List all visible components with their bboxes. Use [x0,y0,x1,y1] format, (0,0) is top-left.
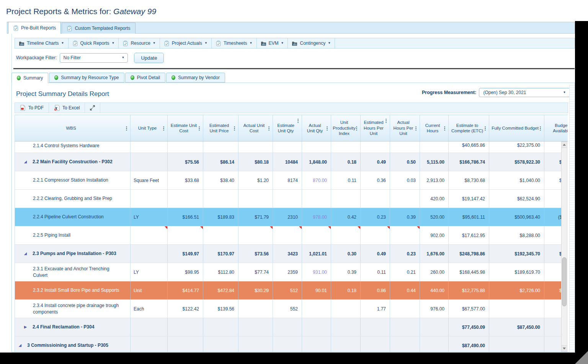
menu-project-actuals[interactable]: Project Actuals▼ [160,38,212,48]
scroll-down-icon[interactable] [562,345,567,351]
table-row[interactable]: 2.2.5 Piping Install902.00$17,612.95$8,2… [15,226,561,245]
column-menu-icon[interactable]: ⋮ [296,118,301,123]
collapse-triangle-icon[interactable]: ◢ [24,251,27,256]
menu-resource[interactable]: Resource▼ [119,38,160,48]
cell-cur_hours: 420.00 [420,190,449,208]
column-header-act_unit_qty[interactable]: Actual Unit Qty⋮ [302,115,331,141]
update-button[interactable]: Update [134,53,164,63]
cell-cur_hours: 260.00 [420,263,449,281]
dropdown-caret-icon: ▼ [328,42,331,45]
column-menu-icon[interactable]: ⋮ [442,125,447,131]
column-header-fully_committed[interactable]: Fully Committed Budget⋮ [489,115,544,141]
cell-budget_available [544,318,561,336]
cell-est_unit_price: $472.84 [203,281,238,299]
cell-est_unit_cost: $122.42 [168,300,203,318]
column-menu-icon[interactable]: ⋮ [266,125,271,131]
expand-triangle-icon[interactable]: ▶ [24,325,27,329]
table-row[interactable]: 2.3.1 Excavate and Anchor Trenching Culv… [15,263,561,281]
cell-etc: $40,665.86 [449,141,489,153]
cell-est_unit_cost: $98.95 [168,263,203,281]
table-row[interactable]: 2.2.4 Pipeline Culvert ConstructionLY$16… [15,208,561,226]
column-menu-icon[interactable]: ⋮ [124,125,129,131]
cell-est_unit_qty [273,318,302,336]
workpackage-filter-select[interactable]: No Filter ▼ [60,53,128,63]
column-header-est_hrs_unit[interactable]: Estimated Hours Per Unit⋮ [361,115,390,141]
table-group-row[interactable]: ◢2.2 Main Facility Construction - P302$7… [15,153,561,171]
cell-act_hrs_unit [390,336,420,352]
cell-unit_type [131,336,168,352]
column-menu-icon[interactable]: ⋮ [538,125,543,131]
cell-wbs: ◢2.3 Pumps and Pipe Installation - P303 [15,245,131,263]
column-header-est_unit_cost[interactable]: Estimate Unit Cost⋮ [168,115,203,141]
column-menu-icon[interactable]: ⋮ [325,125,330,131]
menu-label: Timesheets [224,41,247,46]
tab-custom-templated-reports[interactable]: Custom Templated Reports [62,23,135,34]
column-header-unit_prod_idx[interactable]: Unit Productivity Index⋮ [331,115,361,141]
tab-summary-by-resource-type[interactable]: Summary by Resource Type [49,73,124,83]
pdf-icon [20,105,26,111]
cell-est_hrs_unit: 0.36 [361,171,390,189]
column-menu-icon[interactable]: ⋮ [483,125,488,131]
column-header-act_unit_cost[interactable]: Actual Unit Cost⋮ [238,115,273,141]
table-group-row[interactable]: ◢2.3 Pumps and Pipe Installation - P303$… [15,245,561,263]
column-menu-icon[interactable]: ⋮ [232,125,237,131]
cell-link-act_unit_qty[interactable]: 931.00 [302,263,331,281]
cell-wbs: 2.2.5 Piping Install [15,226,131,244]
scrollbar-thumb[interactable] [562,257,567,306]
menu-timesheets[interactable]: Timesheets▼ [212,38,257,48]
menu-evm[interactable]: EVM▼ [257,38,288,48]
table-group-row[interactable]: ▶2.4 Final Reclamation - P304$77,450.09$… [15,318,561,336]
wbs-label: 2.2.5 Piping Install [15,232,76,238]
tab-pivot-detail[interactable]: Pivot Detail [125,73,166,83]
table-row[interactable]: 2.3.2 Install Small Bore Pipe and Suppor… [15,281,561,300]
collapse-triangle-icon[interactable]: ◢ [19,343,21,348]
cell-wbs: 2.2.4 Pipeline Culvert Construction [15,208,131,226]
cell-act_unit_qty [302,318,331,336]
tab-summary-by-vendor[interactable]: Summary by Vendor [166,73,225,83]
column-header-wbs[interactable]: WBS⋮ [15,115,131,141]
menu-contingency[interactable]: Contingency▼ [288,38,335,48]
column-menu-icon[interactable]: ⋮ [197,125,202,131]
cell-link-act_unit_qty[interactable]: 870.00 [302,171,331,189]
cell-unit_type [131,190,168,208]
table-row[interactable]: 2.2.2 Clearing, Grubbing and Site Prep42… [15,190,561,208]
column-menu-icon[interactable]: ⋮ [354,125,359,131]
progress-measurement-select[interactable]: (Open) Sep 30, 2021 ▼ [479,88,570,97]
cell-unit_type: Unit [131,281,168,299]
column-header-est_unit_qty[interactable]: Estimate Unit Qty⋮ [273,115,302,141]
collapse-triangle-icon[interactable]: ◢ [24,159,27,164]
column-menu-icon[interactable]: ⋮ [384,118,389,123]
table-row[interactable]: 2.2.1 Compressor Station InstallationSqu… [15,171,561,190]
tab-pre-built-reports[interactable]: Pre-Built Reports [8,22,61,34]
column-header-etc[interactable]: Estimate to Complete (ETC)⋮ [449,115,489,141]
cell-wbs: 2.3.1 Excavate and Anchor Trenching Culv… [15,263,131,281]
menu-timeline-charts[interactable]: Timeline Charts▼ [15,38,69,48]
cell-unit_type [131,226,168,244]
scroll-up-icon[interactable] [562,142,567,148]
tab-summary[interactable]: Summary [11,73,48,83]
table-group-row[interactable]: ◢3 Commissioining and Startup - P305$87,… [15,336,561,352]
cell-est_unit_cost [168,226,203,244]
cell-etc: $248,798.86 [449,245,489,263]
menu-quick-reports[interactable]: Quick Reports▼ [69,38,119,48]
cell-act_hrs_unit: 0.21 [390,263,420,281]
column-header-budget_available[interactable]: Budget Available [544,115,568,141]
to-pdf-button[interactable]: To PDF [15,103,49,113]
column-menu-icon[interactable]: ⋮ [161,125,166,131]
column-header-unit_type[interactable]: Unit Type⋮ [131,115,168,141]
cell-link-act_unit_qty[interactable]: 978.00 [302,208,331,226]
cell-cur_hours: 902.00 [420,226,449,244]
table-row[interactable]: 2.1.4 Control Systems Hardware$40,665.86… [15,141,561,153]
column-header-est_unit_price[interactable]: Estimated Unit Price⋮ [203,115,238,141]
table-row[interactable]: 2.3.4 Install concrete pipe drainage tro… [15,300,561,318]
column-menu-icon[interactable]: ⋮ [413,125,418,131]
resize-arrows-icon [90,105,95,110]
table-vertical-scrollbar[interactable] [561,141,567,352]
column-header-label: Estimate Unit Qty [273,123,302,134]
cell-unit_type [131,318,168,336]
column-header-cur_hours[interactable]: Current Hours⋮ [420,115,449,141]
column-header-act_hrs_unit[interactable]: Actual Hours Per Unit⋮ [390,115,420,141]
resize-report-button[interactable] [85,103,100,113]
to-excel-button[interactable]: To Excel [49,103,85,113]
cell-unit_prod_idx: 0.18 [331,153,361,171]
